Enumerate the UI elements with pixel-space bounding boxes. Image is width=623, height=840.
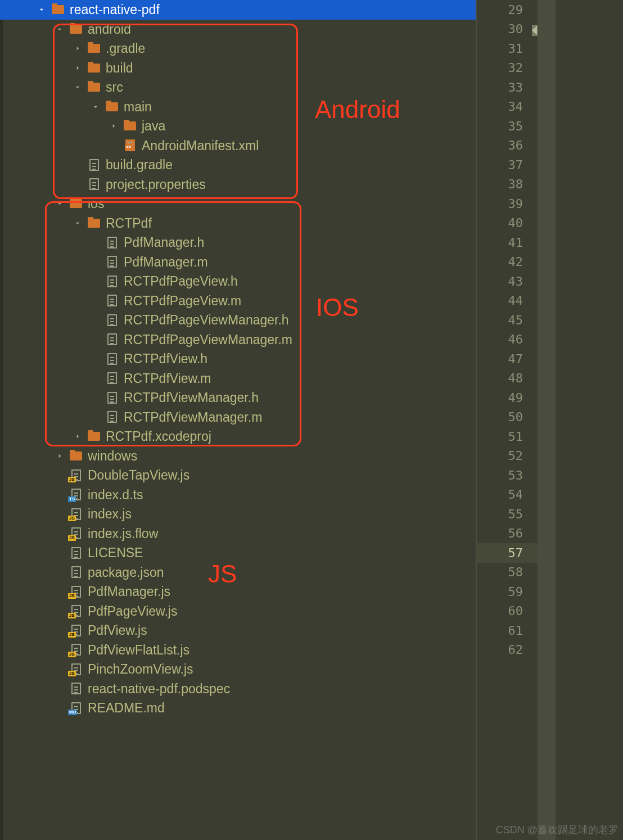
line-number[interactable]: 39 (477, 194, 538, 214)
line-number[interactable]: 37 (477, 155, 538, 175)
line-number[interactable]: 55 (477, 504, 538, 524)
line-number[interactable]: 29 (477, 0, 538, 20)
chevron-right-icon[interactable] (72, 431, 83, 442)
folder-icon (88, 62, 100, 74)
chevron-right-icon[interactable] (72, 43, 83, 54)
tree-row[interactable]: LICENSE (0, 543, 476, 563)
tree-row[interactable]: package.json (0, 563, 476, 582)
line-number[interactable]: 40 (477, 214, 538, 233)
tree-row[interactable]: react-native-pdf (0, 0, 476, 20)
editor-scrollbar[interactable] (538, 0, 554, 840)
tree-row[interactable]: RCTPdfPageView.h (0, 272, 476, 291)
tree-row[interactable]: RCTPdf (0, 214, 476, 233)
line-number[interactable]: 53 (477, 466, 538, 485)
tree-row[interactable]: build.gradle (0, 155, 476, 175)
line-number[interactable]: 59 (477, 582, 538, 602)
tree-item-label: PdfManager.js (88, 582, 170, 601)
tree-row[interactable]: JSindex.js.flow (0, 524, 476, 544)
tree-row[interactable]: RCTPdfViewManager.m (0, 408, 476, 427)
tree-row[interactable]: ios (0, 194, 476, 214)
line-number[interactable]: 61 (477, 621, 538, 640)
tree-row[interactable]: JSPdfView.js (0, 621, 476, 640)
folder-icon (88, 82, 100, 93)
chevron-down-icon[interactable] (72, 218, 83, 229)
chevron-right-icon[interactable] (108, 120, 119, 132)
editor-line-gutter[interactable]: 2930313233343536373839404142434445464748… (476, 0, 538, 840)
line-number[interactable]: 49 (477, 388, 538, 408)
line-number[interactable]: 54 (477, 485, 538, 505)
tree-row[interactable]: react-native-pdf.podspec (0, 679, 476, 699)
line-number[interactable]: 38 (477, 175, 538, 195)
tree-row[interactable]: java (0, 116, 476, 136)
tree-row[interactable]: PdfManager.h (0, 233, 476, 252)
tree-row[interactable]: JSDoubleTapView.js (0, 466, 476, 485)
line-number[interactable]: 33 (477, 78, 538, 97)
tree-row[interactable]: JSPinchZoomView.js (0, 660, 476, 679)
line-number[interactable]: 36 (477, 136, 538, 156)
tree-row[interactable]: RCTPdfViewManager.h (0, 388, 476, 408)
chevron-down-icon[interactable] (90, 101, 101, 112)
chevron-spacer (90, 256, 101, 268)
tree-item-label: AndroidManifest.xml (142, 136, 259, 155)
editor-minimap[interactable] (554, 0, 623, 840)
tree-item-label: PdfManager.h (124, 233, 204, 252)
tree-item-label: PdfManager.m (124, 252, 208, 272)
tree-row[interactable]: <>AndroidManifest.xml (0, 136, 476, 156)
line-number[interactable]: 42 (477, 252, 538, 272)
line-number[interactable]: 31 (477, 39, 538, 58)
chevron-down-icon[interactable] (36, 4, 47, 15)
line-number[interactable]: 41 (477, 233, 538, 252)
tree-row[interactable]: JSPdfViewFlatList.js (0, 640, 476, 660)
file-icon: JS (70, 644, 82, 656)
chevron-down-icon[interactable] (54, 24, 65, 35)
line-number[interactable]: 34 (477, 97, 538, 117)
line-number[interactable]: 45 (477, 310, 538, 330)
tree-row[interactable]: JSPdfManager.js (0, 582, 476, 602)
tree-row[interactable]: RCTPdfPageViewManager.h (0, 310, 476, 330)
line-number[interactable]: 50 (477, 408, 538, 427)
tree-row[interactable]: RCTPdfPageViewManager.m (0, 330, 476, 350)
tree-row[interactable]: JSindex.js (0, 504, 476, 524)
tree-row[interactable]: project.properties (0, 175, 476, 195)
tree-row[interactable]: main (0, 97, 476, 117)
line-number[interactable]: 60 (477, 602, 538, 621)
chevron-right-icon[interactable] (54, 450, 65, 462)
tree-row[interactable]: RCTPdf.xcodeproj (0, 427, 476, 446)
line-number[interactable]: 30 (477, 20, 538, 39)
line-number[interactable]: 32 (477, 58, 538, 78)
file-icon (106, 295, 118, 306)
file-icon (106, 314, 118, 326)
tree-row[interactable]: JSPdfPageView.js (0, 602, 476, 621)
tree-row[interactable]: src (0, 78, 476, 97)
tree-row[interactable]: TSindex.d.ts (0, 485, 476, 505)
tree-row[interactable]: RCTPdfPageView.m (0, 291, 476, 311)
tree-row[interactable]: android (0, 20, 476, 39)
file-icon (70, 683, 82, 694)
line-number[interactable]: 35 (477, 116, 538, 136)
chevron-down-icon[interactable] (54, 198, 65, 209)
tree-row[interactable]: RCTPdfView.m (0, 369, 476, 389)
line-number[interactable]: 57 (477, 543, 538, 563)
tree-row[interactable]: windows (0, 446, 476, 466)
tree-row[interactable]: RCTPdfView.h (0, 349, 476, 369)
chevron-down-icon[interactable] (72, 82, 83, 93)
tree-row[interactable]: MDREADME.md (0, 698, 476, 718)
chevron-spacer (54, 683, 65, 694)
line-number[interactable]: 48 (477, 369, 538, 389)
tree-item-label: java (142, 116, 165, 136)
line-number[interactable]: 43 (477, 272, 538, 291)
line-number[interactable]: 47 (477, 349, 538, 369)
line-number[interactable]: 51 (477, 427, 538, 446)
line-number[interactable]: 52 (477, 446, 538, 466)
chevron-right-icon[interactable] (72, 62, 83, 74)
line-number[interactable]: 62 (477, 640, 538, 660)
line-number[interactable]: 46 (477, 330, 538, 350)
line-number[interactable]: 58 (477, 563, 538, 582)
project-tree[interactable]: react-native-pdfandroid.gradlebuildsrcma… (0, 0, 476, 840)
line-number[interactable]: 56 (477, 524, 538, 544)
tree-row[interactable]: build (0, 58, 476, 78)
tree-row[interactable]: .gradle (0, 39, 476, 58)
tree-item-label: RCTPdfPageView.h (124, 272, 238, 291)
line-number[interactable]: 44 (477, 291, 538, 311)
tree-row[interactable]: PdfManager.m (0, 252, 476, 272)
